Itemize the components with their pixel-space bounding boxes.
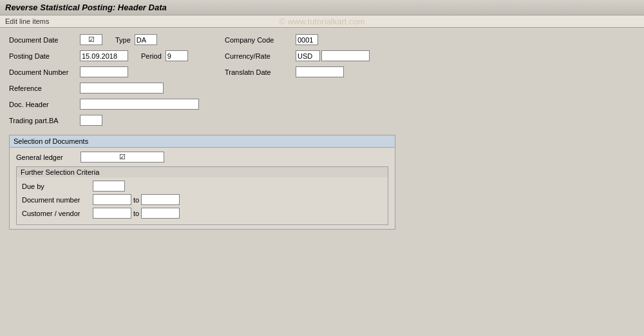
- translatn-date-input[interactable]: [296, 66, 344, 77]
- posting-date-label: Posting Date: [9, 52, 80, 60]
- left-column: Document Date ☑ Type Posting Date Period…: [9, 34, 199, 128]
- main-content: Document Date ☑ Type Posting Date Period…: [0, 28, 644, 236]
- further-criteria-header: Further Selection Criteria: [17, 167, 388, 177]
- further-criteria-body: Due by Document number to Customer / ven…: [17, 177, 388, 224]
- to-label-2: to: [133, 210, 139, 217]
- period-input[interactable]: [166, 50, 188, 61]
- posting-date-input[interactable]: [80, 50, 128, 61]
- company-code-row: Company Code: [225, 34, 370, 45]
- type-label: Type: [115, 36, 131, 44]
- reference-label: Reference: [9, 84, 80, 92]
- translatn-date-row: Translatn Date: [225, 66, 370, 77]
- title-bar: Reverse Statistical Posting: Header Data: [0, 0, 644, 15]
- trading-part-input[interactable]: [80, 115, 102, 126]
- reference-row: Reference: [9, 83, 199, 94]
- period-label: Period: [141, 52, 162, 60]
- posting-date-row: Posting Date Period: [9, 50, 199, 61]
- right-column: Company Code Currency/Rate Translatn Dat…: [225, 34, 370, 128]
- currency-group: [296, 50, 370, 61]
- type-input[interactable]: [135, 34, 157, 45]
- document-number-label: Document Number: [9, 68, 80, 76]
- general-ledger-row: General ledger ☑: [16, 152, 388, 163]
- company-code-label: Company Code: [225, 36, 296, 44]
- doc-header-label: Doc. Header: [9, 101, 80, 108]
- trading-part-row: Trading part.BA: [9, 115, 199, 126]
- doc-number-range-label: Document number: [22, 196, 93, 204]
- reference-input[interactable]: [80, 83, 164, 94]
- doc-number-from-input[interactable]: [93, 194, 131, 205]
- toolbar: Edit line items © www.tutorialkart.com: [0, 15, 644, 28]
- rate-input[interactable]: [321, 50, 370, 61]
- customer-vendor-row: Customer / vendor to: [22, 208, 383, 219]
- general-ledger-label: General ledger: [16, 153, 80, 161]
- currency-input[interactable]: [296, 50, 320, 61]
- due-by-row: Due by: [22, 181, 383, 192]
- currency-rate-label: Currency/Rate: [225, 52, 296, 60]
- selection-section-body: General ledger ☑ Further Selection Crite…: [10, 148, 395, 229]
- trading-part-label: Trading part.BA: [9, 117, 80, 124]
- customer-vendor-from-input[interactable]: [93, 208, 131, 219]
- doc-number-range-row: Document number to: [22, 194, 383, 205]
- due-by-input[interactable]: [93, 181, 125, 192]
- due-by-label: Due by: [22, 183, 93, 190]
- selection-section: Selection of Documents General ledger ☑ …: [9, 135, 395, 230]
- watermark: © www.tutorialkart.com: [279, 17, 365, 26]
- page-title: Reverse Statistical Posting: Header Data: [5, 3, 167, 12]
- general-ledger-checkbox[interactable]: ☑: [80, 152, 164, 163]
- document-number-row: Document Number: [9, 66, 199, 77]
- customer-vendor-to-input[interactable]: [141, 208, 180, 219]
- doc-header-input[interactable]: [80, 99, 199, 110]
- document-number-input[interactable]: [80, 66, 128, 77]
- translatn-date-label: Translatn Date: [225, 68, 296, 76]
- company-code-input[interactable]: [296, 34, 318, 45]
- customer-vendor-label: Customer / vendor: [22, 210, 93, 217]
- further-criteria-section: Further Selection Criteria Due by Docume…: [16, 166, 388, 225]
- currency-rate-row: Currency/Rate: [225, 50, 370, 61]
- edit-line-items-button[interactable]: Edit line items: [5, 17, 49, 25]
- document-date-checkbox[interactable]: ☑: [80, 34, 102, 45]
- document-date-label: Document Date: [9, 36, 80, 44]
- doc-number-to-input[interactable]: [141, 194, 180, 205]
- doc-header-row: Doc. Header: [9, 99, 199, 110]
- to-label-1: to: [133, 196, 139, 204]
- document-date-row: Document Date ☑ Type: [9, 34, 199, 45]
- selection-section-header: Selection of Documents: [10, 135, 395, 148]
